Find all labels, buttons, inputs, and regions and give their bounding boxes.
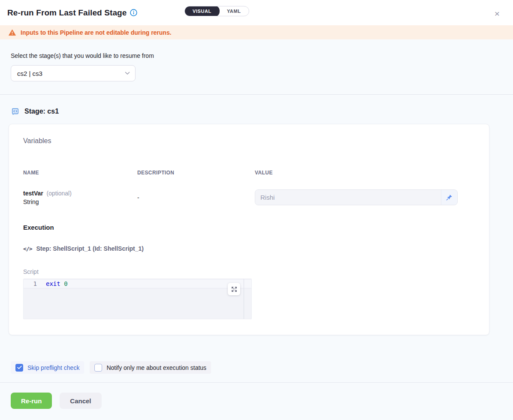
skip-preflight-label: Skip preflight check — [27, 364, 79, 371]
script-label: Script — [23, 268, 475, 275]
custom-stage-icon — [11, 107, 20, 116]
toggle-visual[interactable]: VISUAL — [184, 6, 220, 16]
variable-name: testVar — [23, 190, 43, 197]
code-line: 1 exit 0 — [24, 279, 251, 288]
skip-preflight-checkbox[interactable]: Skip preflight check — [11, 361, 84, 374]
stage-heading: Stage: cs1 — [11, 107, 513, 116]
chevron-down-icon — [125, 72, 130, 75]
stage-select-section: Select the stage(s) that you would like … — [0, 39, 513, 81]
variables-heading: Variables — [23, 137, 475, 145]
stage-select-label: Select the stage(s) that you would like … — [11, 52, 502, 59]
stage-dropdown-value: cs2 | cs3 — [17, 70, 42, 77]
warning-text: Inputs to this Pipeline are not editable… — [21, 29, 172, 36]
column-name: NAME — [23, 170, 137, 176]
variable-name-cell: testVar (optional) String — [23, 190, 137, 205]
variable-optional-tag: (optional) — [45, 190, 72, 197]
step-label: Step: ShellScript_1 (Id: ShellScript_1) — [36, 245, 144, 252]
expand-icon[interactable] — [228, 283, 240, 295]
cancel-button[interactable]: Cancel — [60, 393, 101, 409]
stage-dropdown[interactable]: cs2 | cs3 — [11, 65, 136, 81]
column-value: VALUE — [255, 170, 475, 176]
variable-type: String — [23, 198, 137, 205]
checkbox-checked-icon[interactable] — [15, 364, 23, 372]
footer-actions: Re-run Cancel — [0, 383, 513, 409]
editor-scrollbar-rail[interactable] — [244, 279, 244, 319]
line-number: 1 — [24, 280, 46, 287]
divider — [0, 94, 513, 95]
rerun-modal: Re-run From Last Failed Stage VISUAL YAM… — [0, 0, 513, 420]
close-icon[interactable]: × — [495, 9, 500, 18]
code-icon: </> — [23, 246, 32, 252]
variable-description: - — [137, 194, 255, 201]
step-line: </> Step: ShellScript_1 (Id: ShellScript… — [23, 245, 475, 252]
code-text: exit 0 — [46, 280, 68, 287]
notify-only-me-label: Notify only me about execution status — [106, 364, 206, 371]
info-icon[interactable] — [130, 9, 137, 16]
script-code-editor[interactable]: 1 exit 0 — [23, 279, 252, 319]
column-description: DESCRIPTION — [137, 170, 255, 176]
toggle-yaml[interactable]: YAML — [219, 6, 249, 16]
variable-value-input[interactable] — [255, 190, 441, 205]
checkbox-unchecked-icon[interactable] — [94, 364, 102, 372]
execution-heading: Execution — [23, 224, 475, 231]
stage-card: Variables NAME DESCRIPTION VALUE testVar… — [9, 124, 489, 335]
visual-yaml-toggle: VISUAL YAML — [184, 6, 249, 16]
modal-header: Re-run From Last Failed Stage VISUAL YAM… — [0, 0, 513, 25]
notify-only-me-checkbox[interactable]: Notify only me about execution status — [90, 361, 211, 374]
variables-table-header: NAME DESCRIPTION VALUE — [23, 170, 475, 176]
rerun-button[interactable]: Re-run — [11, 393, 52, 409]
variable-value-field — [255, 189, 458, 205]
warning-icon — [9, 29, 16, 36]
stage-title: Stage: cs1 — [24, 108, 59, 115]
warning-banner: Inputs to this Pipeline are not editable… — [0, 25, 513, 39]
page-title: Re-run From Last Failed Stage — [7, 8, 127, 18]
table-row: testVar (optional) String - — [23, 189, 475, 205]
options-row: Skip preflight check Notify only me abou… — [11, 361, 513, 374]
pin-icon[interactable] — [441, 190, 457, 205]
